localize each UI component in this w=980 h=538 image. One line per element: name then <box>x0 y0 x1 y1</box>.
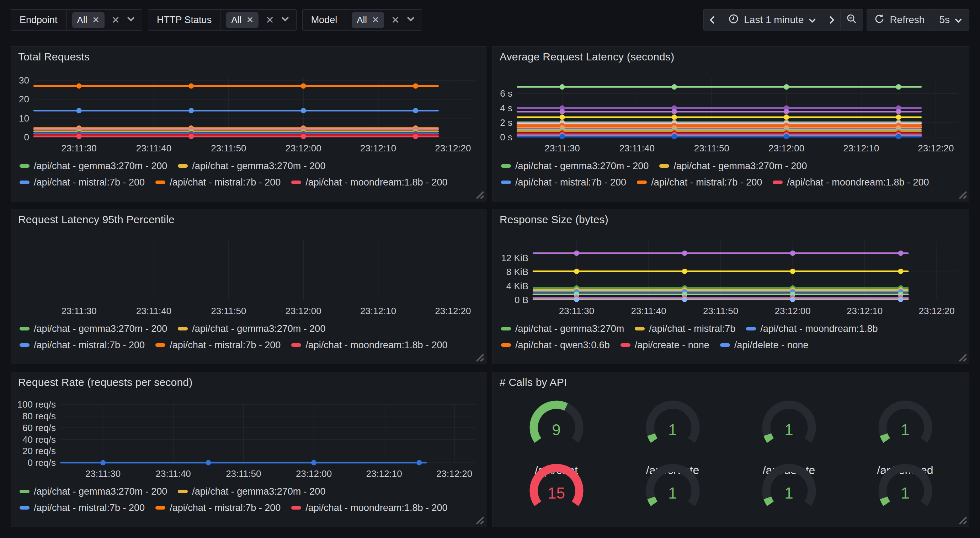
chevron-down-icon <box>955 14 962 25</box>
legend-swatch <box>291 181 301 184</box>
filter-value-area[interactable]: All✕ ✕ <box>346 10 422 30</box>
zoom-out-button[interactable] <box>840 10 863 30</box>
legend-item[interactable]: /api/chat - mistral:7b - 200 <box>155 503 280 514</box>
svg-text:0 B: 0 B <box>514 295 528 305</box>
refresh-icon <box>874 14 885 27</box>
filter-model[interactable]: Model All✕ ✕ <box>302 9 422 30</box>
gauge-value: 1 <box>847 421 963 439</box>
legend-item[interactable]: /api/chat - gemma3:270m - 200 <box>19 160 167 171</box>
legend-item[interactable]: /api/chat - gemma3:270m - 200 <box>19 323 167 334</box>
filter-value-area[interactable]: All✕ ✕ <box>221 10 296 30</box>
chevron-down-icon[interactable] <box>407 17 415 23</box>
legend-row: /api/chat - gemma3:270m - 200/api/chat -… <box>19 158 480 174</box>
legend-item[interactable]: /api/chat - gemma3:270m - 200 <box>178 486 325 497</box>
refresh-button[interactable]: Refresh <box>867 10 932 30</box>
panel-response-size: Response Size (bytes) 23:11:3023:11:4023… <box>492 209 969 364</box>
gauge-value: 9 <box>498 421 614 439</box>
legend-item[interactable]: /api/chat - gemma3:270m <box>501 323 624 334</box>
panel-resize-handle[interactable] <box>476 353 485 362</box>
legend-item[interactable]: /api/chat - mistral:7b - 200 <box>501 177 626 188</box>
legend-row: /api/chat - mistral:7b - 200/api/chat - … <box>501 175 963 190</box>
legend-swatch <box>178 490 188 493</box>
chevron-down-icon[interactable] <box>127 17 135 23</box>
panel-title: Total Requests <box>18 51 90 63</box>
chip-remove-icon[interactable]: ✕ <box>247 15 253 25</box>
filter-endpoint[interactable]: Endpoint All✕ ✕ <box>11 9 142 30</box>
chip-remove-icon[interactable]: ✕ <box>372 15 379 25</box>
legend-item[interactable]: /api/chat - mistral:7b - 200 <box>637 177 762 188</box>
panel-resize-handle[interactable] <box>958 516 967 525</box>
panel-request-rate: Request Rate (requests per second) 23:11… <box>11 372 487 527</box>
time-shift-forward-button[interactable] <box>823 10 840 30</box>
legend-item[interactable]: /api/chat - mistral:7b - 200 <box>19 177 145 188</box>
time-series-chart[interactable]: 23:11:3023:11:4023:11:5023:12:0023:12:10… <box>11 227 486 317</box>
panel-total-requests: Total Requests 23:11:3023:11:4023:11:502… <box>11 46 487 202</box>
time-shift-back-button[interactable] <box>704 10 721 30</box>
legend-item[interactable]: /api/chat - mistral:7b - 200 <box>19 503 145 514</box>
legend-item[interactable]: /api/create - none <box>620 340 710 351</box>
panel-resize-handle[interactable] <box>958 190 967 200</box>
time-range-picker-button[interactable]: Last 1 minute <box>721 10 823 30</box>
legend-item[interactable]: /api/chat - moondream:1.8b - 200 <box>291 340 447 351</box>
refresh-interval-button[interactable]: 5s <box>932 10 969 30</box>
svg-text:20 req/s: 20 req/s <box>22 446 56 456</box>
filter-clear-icon[interactable]: ✕ <box>266 14 274 26</box>
legend-item[interactable]: /api/chat - mistral:7b - 200 <box>155 177 280 188</box>
filter-http-status[interactable]: HTTP Status All✕ ✕ <box>148 9 297 30</box>
legend-swatch <box>291 343 301 347</box>
legend-item[interactable]: /api/chat - moondream:1.8b - 200 <box>291 503 447 514</box>
panel-resize-handle[interactable] <box>476 516 485 525</box>
legend-swatch <box>19 327 30 330</box>
chart-legend: /api/chat - gemma3:270m - 200/api/chat -… <box>19 158 480 199</box>
legend-item[interactable]: /api/chat - gemma3:270m - 200 <box>659 160 807 171</box>
chevron-down-icon[interactable] <box>281 17 289 23</box>
gauge-api-generate: 15 /api/generate <box>498 461 614 527</box>
panel-average-request-latency: Average Request Latency (seconds) 23:11:… <box>492 46 969 202</box>
legend-item[interactable]: /api/chat - moondream:1.8b - 200 <box>773 177 929 188</box>
filter-chip-value: All <box>356 14 367 25</box>
chip-remove-icon[interactable]: ✕ <box>92 15 100 25</box>
panel-title: Response Size (bytes) <box>500 214 608 225</box>
time-series-chart[interactable]: 23:11:3023:11:4023:11:5023:12:0023:12:10… <box>493 64 969 154</box>
legend-item[interactable]: /api/chat - moondream:1.8b <box>746 323 878 334</box>
legend-swatch <box>501 181 511 184</box>
legend-item[interactable]: /api/chat - qwen3:0.6b <box>501 340 610 351</box>
legend-swatch <box>746 327 756 330</box>
panel-resize-handle[interactable] <box>958 353 967 362</box>
filter-clear-icon[interactable]: ✕ <box>111 14 120 26</box>
legend-item[interactable]: /api/chat - mistral:7b <box>635 323 735 334</box>
legend-swatch <box>501 164 511 168</box>
time-series-chart[interactable]: 23:11:3023:11:4023:11:5023:12:0023:12:10… <box>11 390 486 479</box>
legend-swatch <box>19 506 30 509</box>
svg-text:23:12:20: 23:12:20 <box>435 143 471 154</box>
filter-label: Model <box>302 10 346 30</box>
legend-item[interactable]: /api/chat - gemma3:270m - 200 <box>501 160 649 171</box>
chart-legend: /api/chat - gemma3:270m - 200/api/chat -… <box>19 484 480 524</box>
panel-resize-handle[interactable] <box>476 190 485 200</box>
legend-item[interactable]: /api/chat - gemma3:270m - 200 <box>19 486 167 497</box>
filter-clear-icon[interactable]: ✕ <box>391 14 399 26</box>
time-series-chart[interactable]: 23:11:3023:11:4023:11:5023:12:0023:12:10… <box>493 227 969 317</box>
svg-text:23:12:00: 23:12:00 <box>296 468 332 479</box>
legend-item[interactable]: /api/chat - mistral:7b - 200 <box>19 340 145 351</box>
legend-swatch <box>178 164 188 168</box>
legend-item[interactable]: /api/delete - none <box>720 340 808 351</box>
svg-text:4 KiB: 4 KiB <box>506 281 528 291</box>
filter-value-area[interactable]: All✕ ✕ <box>67 10 142 30</box>
panel-title: # Calls by API <box>500 376 567 389</box>
time-series-chart[interactable]: 23:11:3023:11:4023:11:5023:12:0023:12:10… <box>11 64 486 154</box>
gauge-api-tags: 1 /api/tags <box>847 461 963 527</box>
svg-text:23:11:30: 23:11:30 <box>62 143 97 154</box>
filter-chip-value: All <box>231 14 242 25</box>
legend-item[interactable]: /api/chat - moondream:1.8b - 200 <box>291 177 447 188</box>
filter-chip[interactable]: All✕ <box>72 12 105 28</box>
refresh-label: Refresh <box>890 14 924 25</box>
legend-item[interactable]: /api/chat - mistral:7b - 200 <box>155 340 280 351</box>
svg-text:23:11:40: 23:11:40 <box>619 143 655 154</box>
clock-icon <box>728 14 739 27</box>
filter-chip[interactable]: All✕ <box>226 12 259 28</box>
filter-chip[interactable]: All✕ <box>352 12 384 28</box>
legend-item[interactable]: /api/chat - gemma3:270m - 200 <box>178 323 325 334</box>
svg-text:23:11:50: 23:11:50 <box>211 306 246 316</box>
legend-item[interactable]: /api/chat - gemma3:270m - 200 <box>178 160 325 171</box>
